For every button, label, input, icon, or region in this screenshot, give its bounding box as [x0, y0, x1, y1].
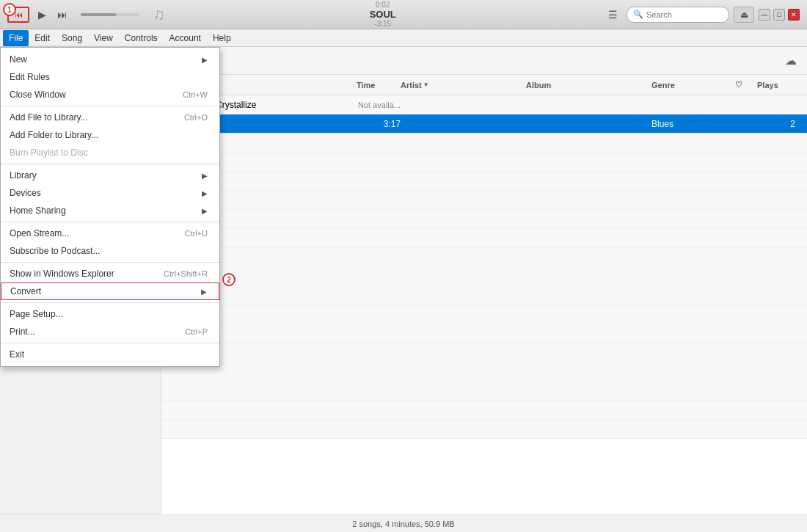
title-bar: ⏮ ▶ ⏭ ♫ 0:02 SOUL -3:15 ☰ 🔍 ⏏ — □ ✕ — [0, 0, 807, 29]
right-controls: ☰ 🔍 ⏏ — □ ✕ — [601, 7, 807, 23]
volume-slider[interactable] — [81, 13, 139, 16]
menu-view[interactable]: View — [88, 30, 119, 46]
menu-song[interactable]: Song — [56, 30, 88, 46]
menu-item-exit[interactable]: Exit — [1, 346, 219, 363]
window-controls: — □ ✕ — [759, 9, 800, 21]
list-icon[interactable]: ☰ — [608, 9, 618, 21]
menu-item-print[interactable]: Print... Ctrl+P — [1, 323, 219, 340]
track-time-elapsed: 0:02 — [376, 1, 390, 9]
menu-help[interactable]: Help — [207, 30, 237, 46]
minimize-button[interactable]: — — [759, 9, 770, 21]
menu-item-add-file[interactable]: Add File to Library... Ctrl+O — [1, 109, 219, 126]
col-header-artist[interactable]: Artist ▼ — [401, 81, 526, 90]
search-input[interactable] — [646, 10, 720, 19]
menu-separator — [1, 164, 219, 164]
menu-item-label: Show in Windows Explorer — [10, 269, 114, 279]
menu-separator — [1, 262, 219, 263]
col-header-time[interactable]: Time — [357, 81, 401, 90]
menu-item-label: Print... — [10, 327, 35, 337]
search-box[interactable]: 🔍 — [627, 7, 729, 23]
menu-separator — [1, 302, 219, 303]
col-header-heart: ♡ — [735, 80, 757, 90]
menu-item-open-stream[interactable]: Open Stream... Ctrl+U — [1, 225, 219, 242]
arrow-icon: ▶ — [202, 189, 208, 197]
maximize-button[interactable]: □ — [773, 9, 785, 21]
shortcut-label: Ctrl+W — [183, 90, 208, 99]
table-area: ☁ Time Artist ▼ Album Genre ♡ Plays ☁ ir… — [161, 75, 807, 514]
play-button[interactable]: ▶ — [34, 7, 50, 23]
file-menu: New ▶ Edit Rules Close Window Ctrl+W Add… — [0, 47, 220, 367]
shortcut-label: Ctrl+Shift+R — [164, 269, 208, 278]
menu-item-convert[interactable]: Convert ▶ — [1, 283, 219, 300]
cell-plays-2: 2 — [757, 119, 801, 129]
table-row — [161, 420, 807, 439]
menu-separator — [1, 106, 219, 106]
dropdown-overlay: New ▶ Edit Rules Close Window Ctrl+W Add… — [0, 47, 220, 367]
shortcut-label: Ctrl+U — [185, 229, 208, 238]
menu-item-new[interactable]: New ▶ — [1, 51, 219, 68]
table-row — [161, 248, 807, 267]
menu-item-label: Add Folder to Library... — [10, 130, 98, 140]
table-row[interactable]: 3:17 Blues 2 — [161, 114, 807, 134]
table-row — [161, 324, 807, 343]
table-row — [161, 343, 807, 362]
col-header-album[interactable]: Album — [526, 81, 651, 90]
menu-item-label: Edit Rules — [10, 72, 50, 82]
menu-item-devices[interactable]: Devices ▶ — [1, 184, 219, 202]
menu-edit[interactable]: Edit — [29, 30, 56, 46]
eject-button[interactable]: ⏏ — [734, 7, 754, 23]
table-row — [161, 382, 807, 401]
close-button[interactable]: ✕ — [788, 9, 800, 21]
track-info: 0:02 SOUL -3:15 — [165, 1, 602, 28]
table-row — [161, 191, 807, 210]
menu-item-label: Burn Playlist to Disc — [10, 147, 88, 158]
annotation-badge-1: 1 — [3, 3, 16, 16]
table-row — [161, 172, 807, 191]
menu-item-close-window[interactable]: Close Window Ctrl+W — [1, 86, 219, 103]
menu-item-edit-rules[interactable]: Edit Rules — [1, 68, 219, 86]
menu-separator — [1, 343, 219, 343]
menu-item-label: Add File to Library... — [10, 112, 88, 123]
table-header: ☁ Time Artist ▼ Album Genre ♡ Plays — [161, 75, 807, 95]
forward-button[interactable]: ⏭ — [54, 7, 70, 23]
table-row[interactable]: ☁ irling - Crystallize Not availa... — [161, 95, 807, 114]
menu-item-label: Close Window — [10, 90, 66, 100]
status-text: 2 songs, 4 minutes, 50.9 MB — [352, 520, 454, 528]
menu-item-burn-playlist: Burn Playlist to Disc — [1, 144, 219, 161]
search-icon: 🔍 — [633, 10, 643, 19]
menu-item-add-folder[interactable]: Add Folder to Library... — [1, 126, 219, 144]
menu-item-show-explorer[interactable]: Show in Windows Explorer Ctrl+Shift+R — [1, 265, 219, 283]
menu-item-label: Devices — [10, 188, 41, 198]
cloud-icon: ☁ — [785, 54, 797, 68]
arrow-icon: ▶ — [201, 288, 207, 296]
menu-item-label: New — [10, 54, 27, 65]
arrow-icon: ▶ — [202, 172, 208, 180]
menu-item-page-setup[interactable]: Page Setup... — [1, 305, 219, 323]
col-header-genre[interactable]: Genre — [651, 81, 735, 90]
table-row — [161, 153, 807, 172]
menu-file[interactable]: File — [3, 30, 29, 46]
transport-controls: ⏮ ▶ ⏭ — [0, 7, 147, 23]
cell-time-2: 3:17 — [357, 119, 401, 129]
shortcut-label: Ctrl+O — [184, 113, 208, 122]
menu-item-library[interactable]: Library ▶ — [1, 167, 219, 184]
menu-item-label: Exit — [10, 349, 24, 360]
table-row — [161, 305, 807, 324]
status-bar: 2 songs, 4 minutes, 50.9 MB — [0, 514, 807, 532]
menu-account[interactable]: Account — [164, 30, 207, 46]
menu-item-label: Convert — [10, 286, 41, 296]
col-header-plays[interactable]: Plays — [757, 81, 801, 90]
menu-controls[interactable]: Controls — [119, 30, 164, 46]
menu-item-home-sharing[interactable]: Home Sharing ▶ — [1, 202, 219, 219]
menu-item-subscribe-podcast[interactable]: Subscribe to Podcast... — [1, 242, 219, 260]
table-row — [161, 286, 807, 305]
table-row — [161, 229, 807, 248]
track-title: SOUL — [370, 9, 396, 20]
table-row — [161, 134, 807, 153]
menu-item-label: Subscribe to Podcast... — [10, 246, 100, 256]
menu-bar: File Edit Song View Controls Account Hel… — [0, 29, 807, 47]
menu-item-label: Library — [10, 170, 37, 181]
cell-genre-2: Blues — [651, 119, 735, 129]
table-row — [161, 362, 807, 382]
menu-separator — [1, 222, 219, 222]
